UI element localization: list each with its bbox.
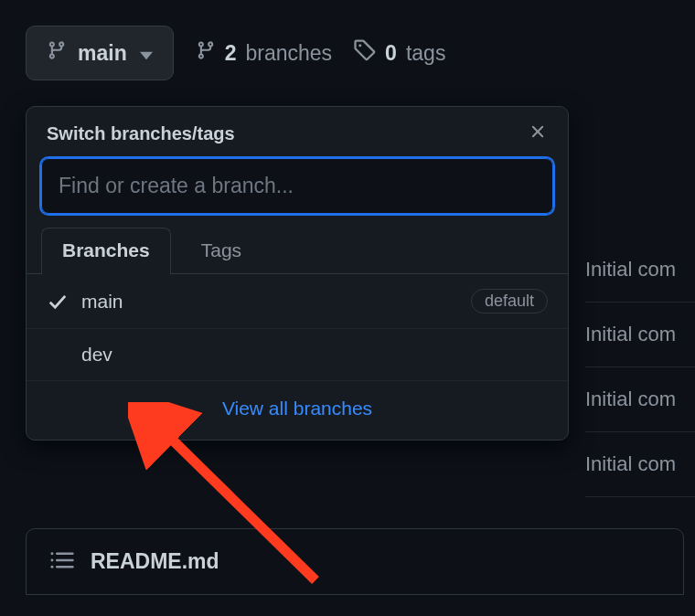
commit-message: Initial com bbox=[585, 432, 695, 497]
check-icon bbox=[47, 292, 69, 312]
svg-point-3 bbox=[50, 558, 53, 561]
commit-message: Initial com bbox=[585, 367, 695, 432]
svg-point-0 bbox=[358, 44, 361, 47]
branch-item-dev[interactable]: dev bbox=[27, 329, 568, 381]
branch-switcher-dropdown: Switch branches/tags Branches Tags main … bbox=[26, 106, 569, 441]
caret-down-icon bbox=[138, 41, 153, 66]
dropdown-tabs: Branches Tags bbox=[27, 227, 568, 274]
branches-label: branches bbox=[245, 41, 332, 66]
tags-label: tags bbox=[406, 41, 445, 66]
tab-tags[interactable]: Tags bbox=[180, 228, 262, 274]
branch-button-label: main bbox=[78, 41, 127, 66]
branch-name: main bbox=[81, 291, 458, 313]
commit-message: Initial com bbox=[585, 238, 695, 303]
search-wrapper bbox=[27, 158, 568, 227]
close-button[interactable] bbox=[528, 122, 548, 145]
svg-point-5 bbox=[50, 565, 53, 568]
default-badge: default bbox=[471, 289, 548, 313]
readme-filename: README.md bbox=[91, 549, 219, 574]
commit-message: Initial com bbox=[585, 303, 695, 367]
close-icon bbox=[528, 122, 548, 145]
git-branch-icon bbox=[47, 39, 67, 67]
branch-item-main[interactable]: main default bbox=[27, 274, 568, 329]
view-all-branches-link[interactable]: View all branches bbox=[222, 398, 372, 419]
svg-point-1 bbox=[50, 552, 53, 555]
branch-search-input[interactable] bbox=[41, 158, 553, 214]
view-all-row: View all branches bbox=[27, 381, 568, 440]
file-list-partial: Initial com Initial com Initial com Init… bbox=[585, 238, 695, 497]
dropdown-title: Switch branches/tags bbox=[47, 123, 235, 144]
branches-link[interactable]: 2 branches bbox=[196, 39, 332, 67]
dropdown-header: Switch branches/tags bbox=[27, 107, 568, 158]
repo-toolbar: main 2 branches 0 tags bbox=[0, 0, 695, 91]
branch-name: dev bbox=[81, 344, 548, 366]
branches-count: 2 bbox=[225, 41, 237, 66]
tab-branches[interactable]: Branches bbox=[41, 228, 171, 274]
tag-icon bbox=[354, 39, 376, 67]
readme-header: README.md bbox=[26, 528, 684, 595]
branch-list: main default dev bbox=[27, 274, 568, 381]
list-icon[interactable] bbox=[50, 550, 74, 574]
tags-link[interactable]: 0 tags bbox=[354, 39, 445, 67]
tags-count: 0 bbox=[385, 41, 397, 66]
git-branch-icon bbox=[196, 39, 216, 67]
branch-select-button[interactable]: main bbox=[26, 26, 174, 80]
